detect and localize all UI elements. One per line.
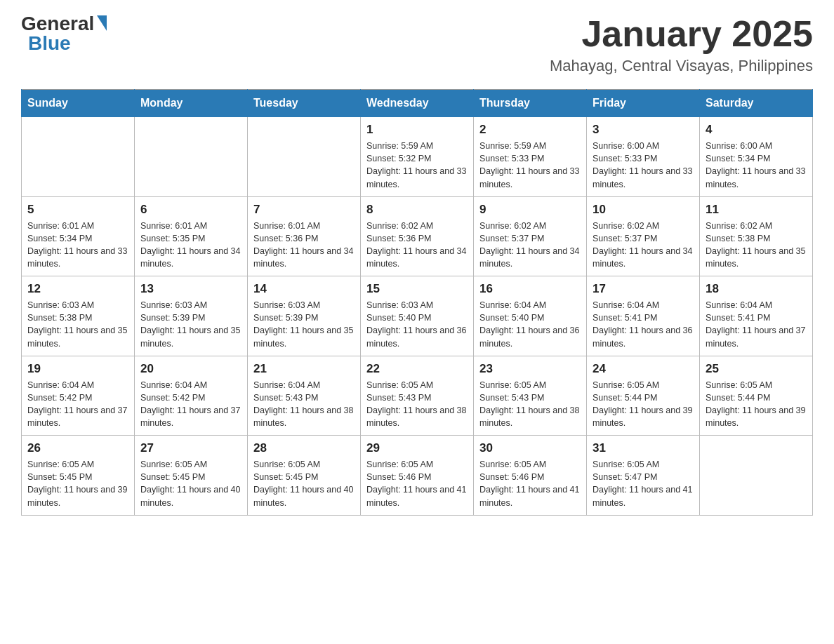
day-number: 27 bbox=[140, 441, 241, 455]
logo-blue-text: Blue bbox=[28, 34, 71, 53]
day-number: 16 bbox=[479, 282, 581, 296]
calendar-cell: 19Sunrise: 6:04 AM Sunset: 5:42 PM Dayli… bbox=[22, 356, 135, 436]
column-header-monday: Monday bbox=[135, 90, 248, 117]
calendar-week-row: 1Sunrise: 5:59 AM Sunset: 5:32 PM Daylig… bbox=[22, 117, 813, 197]
day-info: Sunrise: 6:00 AM Sunset: 5:34 PM Dayligh… bbox=[706, 140, 807, 191]
calendar-cell: 7Sunrise: 6:01 AM Sunset: 5:36 PM Daylig… bbox=[248, 196, 361, 276]
day-info: Sunrise: 6:05 AM Sunset: 5:45 PM Dayligh… bbox=[253, 458, 355, 509]
calendar-cell: 25Sunrise: 6:05 AM Sunset: 5:44 PM Dayli… bbox=[700, 356, 813, 436]
calendar-table: SundayMondayTuesdayWednesdayThursdayFrid… bbox=[21, 89, 813, 516]
day-number: 14 bbox=[253, 282, 355, 296]
day-number: 8 bbox=[366, 203, 468, 217]
calendar-cell: 6Sunrise: 6:01 AM Sunset: 5:35 PM Daylig… bbox=[135, 196, 248, 276]
page-header: General Blue January 2025 Mahayag, Centr… bbox=[21, 14, 813, 75]
calendar-cell: 10Sunrise: 6:02 AM Sunset: 5:37 PM Dayli… bbox=[587, 196, 700, 276]
day-number: 25 bbox=[706, 362, 807, 376]
day-info: Sunrise: 6:05 AM Sunset: 5:43 PM Dayligh… bbox=[366, 379, 468, 430]
day-info: Sunrise: 6:05 AM Sunset: 5:46 PM Dayligh… bbox=[366, 458, 468, 509]
day-number: 9 bbox=[479, 203, 581, 217]
month-title: January 2025 bbox=[550, 14, 813, 54]
calendar-cell: 16Sunrise: 6:04 AM Sunset: 5:40 PM Dayli… bbox=[474, 276, 587, 356]
day-number: 5 bbox=[27, 203, 128, 217]
logo-triangle-icon bbox=[97, 15, 107, 31]
day-info: Sunrise: 6:05 AM Sunset: 5:47 PM Dayligh… bbox=[593, 458, 694, 509]
calendar-cell: 22Sunrise: 6:05 AM Sunset: 5:43 PM Dayli… bbox=[361, 356, 474, 436]
day-info: Sunrise: 6:03 AM Sunset: 5:39 PM Dayligh… bbox=[140, 299, 241, 350]
calendar-cell bbox=[22, 117, 135, 197]
calendar-cell: 20Sunrise: 6:04 AM Sunset: 5:42 PM Dayli… bbox=[135, 356, 248, 436]
day-info: Sunrise: 5:59 AM Sunset: 5:33 PM Dayligh… bbox=[479, 140, 581, 191]
day-info: Sunrise: 6:05 AM Sunset: 5:43 PM Dayligh… bbox=[479, 379, 581, 430]
calendar-cell: 31Sunrise: 6:05 AM Sunset: 5:47 PM Dayli… bbox=[587, 436, 700, 516]
day-number: 6 bbox=[140, 203, 241, 217]
day-number: 29 bbox=[366, 441, 468, 455]
calendar-cell: 28Sunrise: 6:05 AM Sunset: 5:45 PM Dayli… bbox=[248, 436, 361, 516]
day-info: Sunrise: 6:05 AM Sunset: 5:44 PM Dayligh… bbox=[706, 379, 807, 430]
day-info: Sunrise: 6:03 AM Sunset: 5:39 PM Dayligh… bbox=[253, 299, 355, 350]
day-info: Sunrise: 6:02 AM Sunset: 5:37 PM Dayligh… bbox=[479, 220, 581, 271]
calendar-cell: 23Sunrise: 6:05 AM Sunset: 5:43 PM Dayli… bbox=[474, 356, 587, 436]
calendar-cell: 11Sunrise: 6:02 AM Sunset: 5:38 PM Dayli… bbox=[700, 196, 813, 276]
day-number: 22 bbox=[366, 362, 468, 376]
calendar-cell: 5Sunrise: 6:01 AM Sunset: 5:34 PM Daylig… bbox=[22, 196, 135, 276]
calendar-cell: 18Sunrise: 6:04 AM Sunset: 5:41 PM Dayli… bbox=[700, 276, 813, 356]
calendar-cell: 29Sunrise: 6:05 AM Sunset: 5:46 PM Dayli… bbox=[361, 436, 474, 516]
calendar-cell: 17Sunrise: 6:04 AM Sunset: 5:41 PM Dayli… bbox=[587, 276, 700, 356]
day-number: 12 bbox=[27, 282, 128, 296]
column-header-tuesday: Tuesday bbox=[248, 90, 361, 117]
calendar-cell: 24Sunrise: 6:05 AM Sunset: 5:44 PM Dayli… bbox=[587, 356, 700, 436]
day-number: 13 bbox=[140, 282, 241, 296]
day-info: Sunrise: 6:04 AM Sunset: 5:40 PM Dayligh… bbox=[479, 299, 581, 350]
location-text: Mahayag, Central Visayas, Philippines bbox=[550, 57, 813, 75]
day-number: 20 bbox=[140, 362, 241, 376]
calendar-cell bbox=[700, 436, 813, 516]
day-info: Sunrise: 6:02 AM Sunset: 5:36 PM Dayligh… bbox=[366, 220, 468, 271]
calendar-cell bbox=[135, 117, 248, 197]
calendar-cell: 1Sunrise: 5:59 AM Sunset: 5:32 PM Daylig… bbox=[361, 117, 474, 197]
day-number: 24 bbox=[593, 362, 694, 376]
day-info: Sunrise: 6:03 AM Sunset: 5:40 PM Dayligh… bbox=[366, 299, 468, 350]
logo: General Blue bbox=[21, 14, 107, 53]
calendar-cell: 13Sunrise: 6:03 AM Sunset: 5:39 PM Dayli… bbox=[135, 276, 248, 356]
day-number: 28 bbox=[253, 441, 355, 455]
day-info: Sunrise: 6:03 AM Sunset: 5:38 PM Dayligh… bbox=[27, 299, 128, 350]
calendar-cell: 26Sunrise: 6:05 AM Sunset: 5:45 PM Dayli… bbox=[22, 436, 135, 516]
day-number: 1 bbox=[366, 123, 468, 137]
day-number: 15 bbox=[366, 282, 468, 296]
calendar-cell: 27Sunrise: 6:05 AM Sunset: 5:45 PM Dayli… bbox=[135, 436, 248, 516]
day-number: 23 bbox=[479, 362, 581, 376]
day-number: 17 bbox=[593, 282, 694, 296]
day-info: Sunrise: 6:04 AM Sunset: 5:43 PM Dayligh… bbox=[253, 379, 355, 430]
day-number: 11 bbox=[706, 203, 807, 217]
day-number: 2 bbox=[479, 123, 581, 137]
day-info: Sunrise: 6:01 AM Sunset: 5:34 PM Dayligh… bbox=[27, 220, 128, 271]
day-info: Sunrise: 6:04 AM Sunset: 5:41 PM Dayligh… bbox=[593, 299, 694, 350]
title-block: January 2025 Mahayag, Central Visayas, P… bbox=[550, 14, 813, 75]
calendar-cell: 2Sunrise: 5:59 AM Sunset: 5:33 PM Daylig… bbox=[474, 117, 587, 197]
day-info: Sunrise: 6:00 AM Sunset: 5:33 PM Dayligh… bbox=[593, 140, 694, 191]
day-number: 18 bbox=[706, 282, 807, 296]
calendar-week-row: 12Sunrise: 6:03 AM Sunset: 5:38 PM Dayli… bbox=[22, 276, 813, 356]
calendar-cell: 12Sunrise: 6:03 AM Sunset: 5:38 PM Dayli… bbox=[22, 276, 135, 356]
day-number: 31 bbox=[593, 441, 694, 455]
day-info: Sunrise: 6:04 AM Sunset: 5:42 PM Dayligh… bbox=[27, 379, 128, 430]
calendar-cell: 4Sunrise: 6:00 AM Sunset: 5:34 PM Daylig… bbox=[700, 117, 813, 197]
day-info: Sunrise: 6:05 AM Sunset: 5:45 PM Dayligh… bbox=[140, 458, 241, 509]
day-number: 4 bbox=[706, 123, 807, 137]
column-header-saturday: Saturday bbox=[700, 90, 813, 117]
day-info: Sunrise: 6:05 AM Sunset: 5:46 PM Dayligh… bbox=[479, 458, 581, 509]
calendar-cell: 21Sunrise: 6:04 AM Sunset: 5:43 PM Dayli… bbox=[248, 356, 361, 436]
column-header-thursday: Thursday bbox=[474, 90, 587, 117]
day-info: Sunrise: 6:04 AM Sunset: 5:41 PM Dayligh… bbox=[706, 299, 807, 350]
calendar-header-row: SundayMondayTuesdayWednesdayThursdayFrid… bbox=[22, 90, 813, 117]
calendar-cell: 15Sunrise: 6:03 AM Sunset: 5:40 PM Dayli… bbox=[361, 276, 474, 356]
column-header-sunday: Sunday bbox=[22, 90, 135, 117]
calendar-cell: 30Sunrise: 6:05 AM Sunset: 5:46 PM Dayli… bbox=[474, 436, 587, 516]
day-number: 21 bbox=[253, 362, 355, 376]
calendar-cell: 14Sunrise: 6:03 AM Sunset: 5:39 PM Dayli… bbox=[248, 276, 361, 356]
day-number: 3 bbox=[593, 123, 694, 137]
day-number: 19 bbox=[27, 362, 128, 376]
day-info: Sunrise: 6:01 AM Sunset: 5:36 PM Dayligh… bbox=[253, 220, 355, 271]
column-header-friday: Friday bbox=[587, 90, 700, 117]
day-info: Sunrise: 6:02 AM Sunset: 5:38 PM Dayligh… bbox=[706, 220, 807, 271]
